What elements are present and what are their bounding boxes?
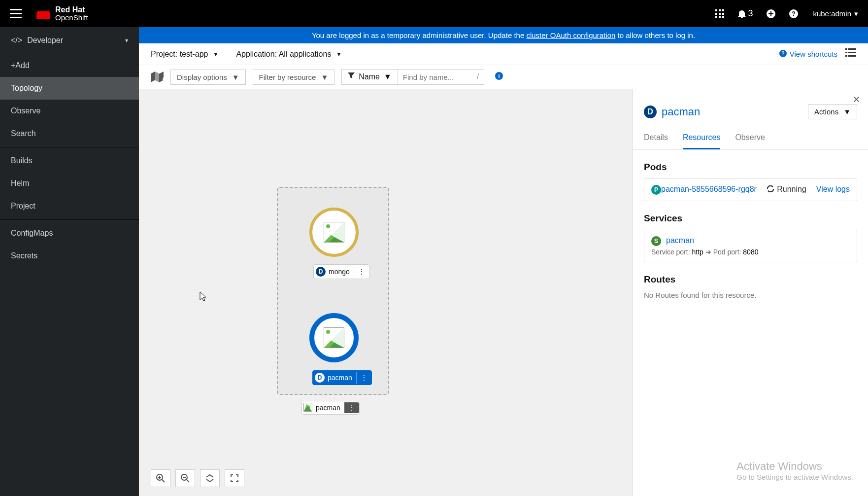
actions-dropdown[interactable]: Actions ▼ (808, 104, 857, 119)
topbar: Red Hat OpenShift 3 ? kube:admin ▾ (0, 0, 868, 27)
nav-item-add[interactable]: +Add (0, 54, 139, 77)
tab-observe[interactable]: Observe (735, 133, 765, 149)
banner-link[interactable]: cluster OAuth configuration (526, 31, 615, 39)
caret-down-icon: ▼ (336, 51, 341, 57)
reset-view-button[interactable] (225, 469, 244, 487)
application-label-text: pacman (315, 402, 344, 413)
nav-item-helm[interactable]: Helm (0, 172, 139, 195)
zoom-out-button[interactable] (175, 469, 195, 487)
routes-empty-text: No Routes found for this resource. (644, 291, 857, 299)
nav-item-builds[interactable]: Builds (0, 149, 139, 172)
product-logo: Red Hat OpenShift (36, 6, 88, 21)
panel-tabs: Details Resources Observe (633, 124, 868, 150)
search-shortcut-hint: / (472, 72, 484, 81)
pod-port-value: 8080 (743, 248, 758, 256)
svg-rect-2 (722, 9, 724, 11)
application-selector[interactable]: Application: All applications ▼ (236, 50, 341, 59)
pod-badge-icon: P (651, 185, 661, 195)
application-label: Application: All applications (236, 50, 331, 59)
service-link[interactable]: pacman (666, 236, 694, 245)
view-logs-link[interactable]: View logs (816, 185, 850, 194)
pods-section-title: Pods (644, 162, 857, 173)
nav-item-configmaps[interactable]: ConfigMaps (0, 222, 139, 245)
caret-down-icon: ▼ (384, 72, 392, 81)
apps-grid-icon[interactable] (715, 9, 724, 18)
details-panel: ✕ D pacman Actions ▼ Details Resources O… (633, 89, 868, 496)
watermark-title: Activate Windows (736, 460, 853, 473)
banner-text-pre: You are logged in as a temporary adminis… (312, 31, 527, 39)
close-panel-button[interactable]: ✕ (853, 94, 860, 105)
list-view-toggle[interactable] (845, 48, 856, 60)
redhat-icon (36, 9, 50, 19)
zoom-controls (151, 469, 244, 487)
topology-canvas[interactable]: D mongo ⋮ D pacman ⋮ pacman ⋮ (139, 89, 633, 496)
filter-resource-dropdown[interactable]: Filter by resource ▼ (253, 70, 335, 85)
perspective-switcher[interactable]: </> Developer ▾ (0, 27, 139, 54)
info-circle-icon: ? (779, 50, 787, 59)
nav-item-search[interactable]: Search (0, 122, 139, 145)
project-label: Project: test-app (151, 50, 208, 59)
services-section-title: Services (644, 213, 857, 224)
fit-to-screen-button[interactable] (200, 469, 220, 487)
nav-item-topology[interactable]: Topology (0, 77, 139, 100)
name-filter-toggle[interactable]: Name ▼ (342, 70, 398, 84)
deployment-badge-icon: D (316, 267, 326, 277)
nav-item-observe[interactable]: Observe (0, 100, 139, 122)
perspective-label: Developer (27, 36, 63, 45)
node-label-text: mongo (329, 266, 354, 278)
caret-down-icon: ▼ (321, 73, 328, 81)
view-shortcuts-link[interactable]: ? View shortcuts (779, 50, 837, 59)
search-input[interactable] (398, 70, 472, 84)
svg-rect-3 (715, 13, 717, 15)
watermark-subtitle: Go to Settings to activate Windows. (736, 473, 853, 481)
nav-item-secrets[interactable]: Secrets (0, 245, 139, 267)
node-label-pacman[interactable]: D pacman ⋮ (312, 370, 372, 385)
svg-rect-4 (719, 13, 721, 15)
display-options-label: Display options (177, 73, 227, 81)
node-label-text: pacman (328, 372, 356, 384)
deployment-badge-icon: D (644, 106, 657, 118)
tab-details[interactable]: Details (644, 133, 668, 149)
toolbar-info-icon[interactable]: i (495, 72, 503, 82)
user-name: kube:admin (813, 9, 851, 18)
tab-resources[interactable]: Resources (683, 133, 720, 149)
svg-rect-7 (719, 16, 721, 18)
help-button[interactable]: ? (789, 9, 798, 18)
zoom-in-button[interactable] (151, 469, 170, 487)
application-group[interactable]: D mongo ⋮ D pacman ⋮ (277, 187, 389, 395)
notifications-button[interactable]: 3 (738, 8, 753, 19)
add-button[interactable] (767, 9, 775, 18)
topology-map-icon[interactable] (151, 71, 164, 82)
topology-toolbar: Display options ▼ Filter by resource ▼ N… (139, 65, 868, 89)
user-menu[interactable]: kube:admin ▾ (813, 9, 858, 18)
broken-image-icon (324, 222, 344, 243)
shortcuts-label: View shortcuts (790, 50, 837, 58)
kebab-menu-icon[interactable]: ⋮ (344, 402, 359, 413)
banner-text-post: to allow others to log in. (615, 31, 695, 39)
svg-line-27 (186, 479, 189, 482)
kebab-menu-icon[interactable]: ⋮ (354, 266, 369, 278)
pod-status: Running (767, 185, 806, 194)
pod-status-text: Running (777, 185, 806, 194)
actions-label: Actions (814, 107, 838, 116)
application-group-label[interactable]: pacman ⋮ (301, 401, 360, 415)
project-selector[interactable]: Project: test-app ▼ (151, 50, 218, 59)
deployment-node-pacman[interactable] (309, 313, 359, 362)
kebab-menu-icon[interactable]: ⋮ (356, 372, 371, 384)
windows-activation-watermark: Activate Windows Go to Settings to activ… (736, 460, 853, 481)
hamburger-menu-button[interactable] (10, 8, 22, 20)
arrow-right-icon: ➔ (705, 248, 713, 256)
nav-item-project[interactable]: Project (0, 195, 139, 217)
deployment-node-mongo[interactable] (309, 208, 359, 257)
node-label-mongo[interactable]: D mongo ⋮ (313, 264, 369, 279)
product-name-sub: OpenShift (55, 14, 88, 21)
service-ports: Service port: http ➔ Pod port: 8080 (651, 248, 850, 256)
code-icon: </> (11, 36, 22, 45)
service-port-value: http (692, 248, 703, 256)
sync-icon (767, 185, 774, 194)
pod-link[interactable]: pacman-5855668596-rgq8r (661, 185, 757, 194)
svg-text:?: ? (781, 51, 784, 56)
filter-icon (348, 72, 355, 81)
pod-card: P pacman-5855668596-rgq8r Running View l… (644, 178, 857, 201)
display-options-dropdown[interactable]: Display options ▼ (170, 70, 246, 85)
